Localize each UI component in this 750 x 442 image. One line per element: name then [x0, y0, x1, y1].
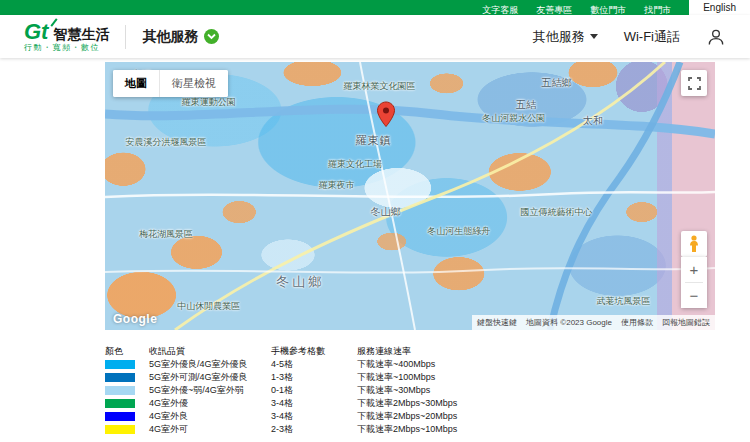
legend-row: 4G室外優3-4格下載速率2Mbps~30Mbps: [105, 397, 525, 410]
topbar-link[interactable]: 友善專區: [536, 5, 572, 15]
map-place-label: 羅東運動公園: [182, 96, 236, 109]
legend-color-swatch: [105, 373, 135, 382]
map-place-label: 羅東鎮: [355, 132, 391, 147]
legend-header-quality: 收訊品質: [149, 345, 271, 358]
google-logo: Google: [113, 312, 157, 326]
topbar-link[interactable]: 找門市: [644, 5, 671, 15]
chevron-down-icon: [590, 34, 598, 39]
legend-bars: 0-1格: [271, 384, 357, 397]
legend-speed: 下載速率~30Mbps: [357, 384, 525, 397]
legend-rows: 5G室外優良/4G室外優良4-5格下載速率~400Mbps5G室外可測/4G室外…: [105, 358, 525, 436]
map-labels: 大洲羅東運動公園羅東林業文化園區五結鄉五結太和冬山河親水公園安農溪分洪堰風景區羅…: [105, 62, 715, 330]
map-place-label: 冬山河生態綠舟: [427, 224, 490, 237]
logo[interactable]: Gt 智慧生活 行動・寬頻・數位: [24, 20, 109, 52]
legend-speed: 下載速率2Mbps~30Mbps: [357, 397, 525, 410]
legend-quality: 4G室外良: [149, 410, 271, 423]
map-place-label: 羅東文化工場: [328, 157, 382, 170]
legend-header-color: 顏色: [105, 345, 149, 358]
pegman-control[interactable]: [681, 231, 707, 257]
legend-row: 5G室外優良/4G室外優良4-5格下載速率~400Mbps: [105, 358, 525, 371]
logo-title: 智慧生活: [53, 27, 109, 42]
zoom-in-button[interactable]: +: [681, 257, 707, 282]
logo-gt-mark: Gt: [24, 20, 48, 43]
topbar: 文字客服友善專區數位門市找門市 English: [0, 0, 750, 15]
header-divider: [125, 25, 126, 49]
map-place-label: 國立傳統藝術中心: [520, 206, 592, 219]
legend-header-bars: 手機參考格數: [271, 345, 357, 358]
header: Gt 智慧生活 行動・寬頻・數位 其他服務 其他服務 Wi-Fi通話: [0, 15, 750, 58]
legend-quality: 4G室外可: [149, 423, 271, 436]
legend-bars: 4-5格: [271, 358, 357, 371]
legend-row: 4G室外良3-4格下載速率2Mbps~20Mbps: [105, 410, 525, 423]
map-marker[interactable]: [376, 101, 395, 132]
map-type-control: 地圖 衛星檢視: [113, 70, 228, 97]
topbar-link[interactable]: 文字客服: [482, 5, 518, 15]
legend-quality: 5G室外可測/4G室外優良: [149, 371, 271, 384]
legend-speed: 下載速率~100Mbps: [357, 371, 525, 384]
map-type-satellite-button[interactable]: 衛星檢視: [160, 70, 228, 97]
map-place-label: 冬山河親水公園: [482, 112, 545, 125]
account-icon[interactable]: [706, 27, 726, 47]
map-place-label: 五結: [516, 98, 536, 112]
coverage-map[interactable]: 大洲羅東運動公園羅東林業文化園區五結鄉五結太和冬山河親水公園安農溪分洪堰風景區羅…: [105, 62, 715, 330]
report-map-error-link[interactable]: 回報地圖錯誤: [662, 317, 710, 328]
legend-quality: 4G室外優: [149, 397, 271, 410]
breadcrumb-label: 其他服務: [142, 28, 198, 46]
legend-quality: 5G室外優~弱/4G室外弱: [149, 384, 271, 397]
map-place-label: 梅花湖風景區: [139, 227, 193, 240]
map-place-label: 太和: [583, 114, 603, 128]
legend-speed: 下載速率2Mbps~10Mbps: [357, 423, 525, 436]
fullscreen-icon: [688, 77, 701, 90]
legend-row: 5G室外優~弱/4G室外弱0-1格下載速率~30Mbps: [105, 384, 525, 397]
legend-color-swatch: [105, 360, 135, 369]
legend-color-swatch: [105, 399, 135, 408]
zoom-control: + −: [681, 257, 707, 308]
map-place-label: 安農溪分洪堰風景區: [126, 136, 207, 149]
legend-header-speed: 服務連線速率: [357, 345, 525, 358]
legend-row: 4G室外可2-3格下載速率2Mbps~10Mbps: [105, 423, 525, 436]
map-place-label: 冬山鄉: [371, 205, 401, 219]
breadcrumb-other-services[interactable]: 其他服務: [142, 28, 219, 46]
legend-bars: 1-3格: [271, 371, 357, 384]
zoom-out-button[interactable]: −: [681, 283, 707, 308]
main-content: 大洲羅東運動公園羅東林業文化園區五結鄉五結太和冬山河親水公園安農溪分洪堰風景區羅…: [0, 58, 750, 436]
map-place-label: 五結鄉: [541, 76, 571, 90]
keyboard-shortcuts-link[interactable]: 鍵盤快速鍵: [477, 317, 517, 328]
legend-header-row: 顏色 收訊品質 手機參考格數 服務連線速率: [105, 345, 525, 358]
map-place-label: 羅東夜市: [319, 179, 355, 192]
legend-bars: 3-4格: [271, 410, 357, 423]
map-attribution: 鍵盤快速鍵 地圖資料 ©2023 Google 使用條款 回報地圖錯誤: [472, 315, 715, 330]
language-selector[interactable]: English: [689, 0, 750, 15]
pegman-icon: [688, 235, 700, 253]
map-place-label: 冬山鄉: [276, 273, 324, 291]
legend-bars: 3-4格: [271, 397, 357, 410]
nav-other-services-label: 其他服務: [533, 28, 585, 46]
chevron-down-icon: [204, 29, 219, 44]
legend-bars: 2-3格: [271, 423, 357, 436]
topbar-link[interactable]: 數位門市: [590, 5, 626, 15]
fullscreen-button[interactable]: [681, 70, 707, 96]
nav-wifi-calling[interactable]: Wi-Fi通話: [624, 28, 680, 46]
map-place-label: 羅東林業文化園區: [344, 80, 416, 93]
legend-color-swatch: [105, 412, 135, 421]
legend-row: 5G室外可測/4G室外優良1-3格下載速率~100Mbps: [105, 371, 525, 384]
legend-color-swatch: [105, 425, 135, 434]
logo-tagline: 行動・寬頻・數位: [24, 44, 109, 52]
coverage-legend: 顏色 收訊品質 手機參考格數 服務連線速率 5G室外優良/4G室外優良4-5格下…: [105, 345, 525, 436]
map-type-map-button[interactable]: 地圖: [113, 70, 159, 97]
map-data-copyright: 地圖資料 ©2023 Google: [526, 317, 612, 328]
terms-link[interactable]: 使用條款: [621, 317, 653, 328]
map-place-label: 中山休閒農業區: [177, 299, 240, 312]
legend-quality: 5G室外優良/4G室外優良: [149, 358, 271, 371]
map-place-label: 武荖坑風景區: [597, 294, 651, 307]
legend-speed: 下載速率~400Mbps: [357, 358, 525, 371]
legend-color-swatch: [105, 386, 135, 395]
legend-speed: 下載速率2Mbps~20Mbps: [357, 410, 525, 423]
nav-other-services[interactable]: 其他服務: [533, 28, 598, 46]
